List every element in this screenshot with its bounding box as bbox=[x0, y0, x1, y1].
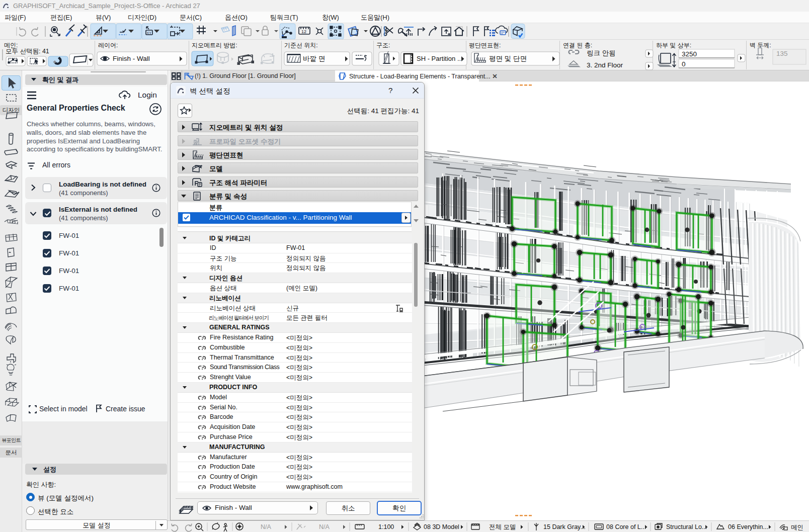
svg-text:평면 및 단면: 평면 및 단면 bbox=[489, 55, 527, 62]
svg-text:Structural Lo...: Structural Lo... bbox=[666, 523, 707, 530]
svg-text:15 Dark Gray...: 15 Dark Gray... bbox=[543, 523, 586, 530]
svg-text:3250: 3250 bbox=[682, 50, 697, 58]
svg-text:08 3D Model: 08 3D Model bbox=[424, 523, 459, 530]
svg-text:XY: XY bbox=[147, 31, 152, 35]
svg-text:3. 2nd Floor: 3. 2nd Floor bbox=[587, 61, 623, 69]
svg-text:N/A: N/A bbox=[319, 523, 330, 530]
svg-text:135: 135 bbox=[776, 50, 788, 57]
svg-text:N/A: N/A bbox=[261, 523, 272, 530]
svg-text:1:100: 1:100 bbox=[378, 523, 394, 530]
svg-text:06 Everythin...: 06 Everythin... bbox=[728, 523, 768, 530]
svg-text:전체 모델: 전체 모델 bbox=[489, 523, 516, 530]
svg-text:링크 안됨: 링크 안됨 bbox=[587, 49, 616, 57]
svg-text:바깥 면: 바깥 면 bbox=[303, 55, 325, 62]
svg-text:SH - Partition ...: SH - Partition ... bbox=[417, 55, 463, 62]
svg-text:12: 12 bbox=[301, 29, 306, 34]
svg-text:Finish - Wall: Finish - Wall bbox=[113, 55, 150, 62]
svg-text:08 Core of L...: 08 Core of L... bbox=[606, 523, 646, 530]
svg-text:0: 0 bbox=[682, 60, 686, 68]
